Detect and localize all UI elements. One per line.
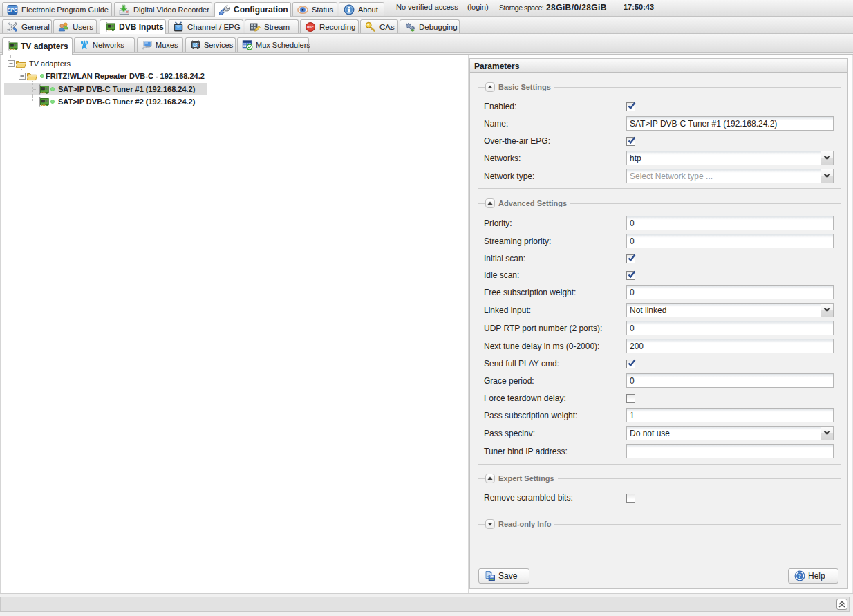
- svg-text:?: ?: [798, 573, 801, 579]
- svg-text:REC: REC: [307, 26, 314, 29]
- svg-text:EPG: EPG: [8, 7, 18, 12]
